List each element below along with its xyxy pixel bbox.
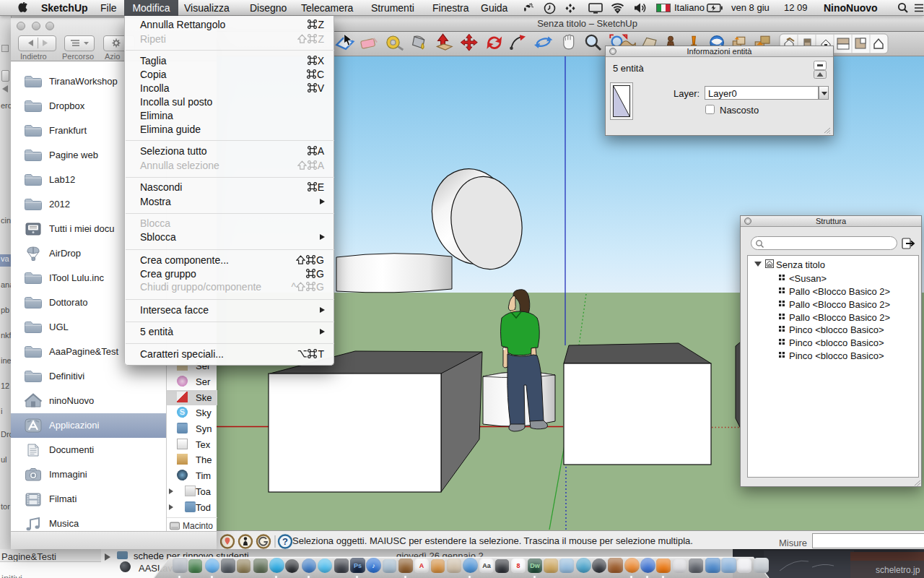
svg-text:?: ? [282, 536, 288, 547]
